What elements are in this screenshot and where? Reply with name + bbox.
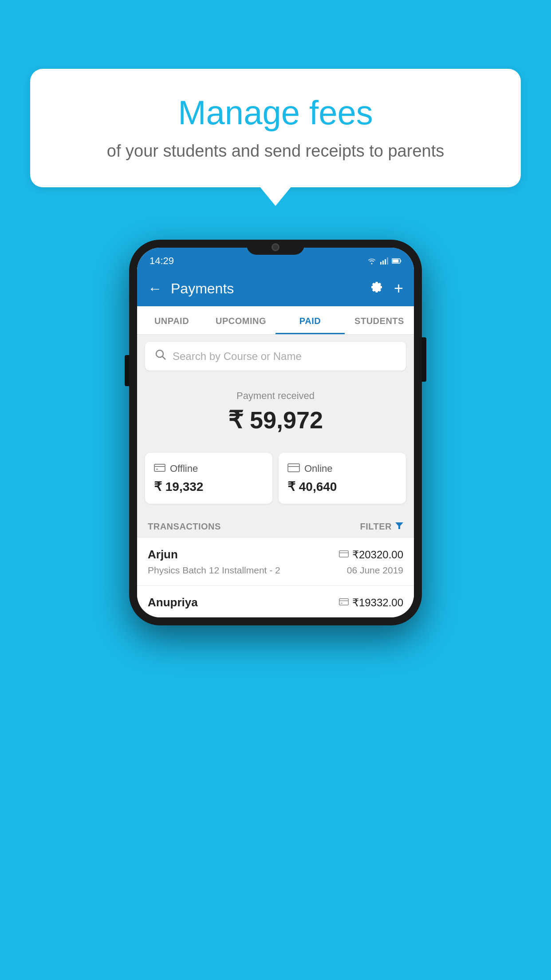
- battery-icon: [392, 258, 401, 264]
- online-amount: ₹ 40,640: [287, 479, 397, 494]
- svg-rect-12: [288, 464, 299, 472]
- filter-label: FILTER: [360, 522, 392, 532]
- app-header: ← Payments +: [137, 271, 414, 306]
- offline-amount: ₹ 19,332: [154, 479, 264, 494]
- offline-label: Offline: [170, 463, 198, 474]
- transactions-list: Arjun ₹20320.00: [137, 538, 414, 617]
- offline-icon: [154, 462, 165, 475]
- online-payment-icon: [339, 549, 349, 560]
- speech-bubble-container: Manage fees of your students and send re…: [30, 69, 521, 187]
- bubble-title: Manage fees: [57, 93, 494, 132]
- wifi-icon: [367, 257, 377, 265]
- online-label: Online: [304, 463, 333, 474]
- online-icon: [287, 462, 300, 475]
- transaction-bottom-arjun: Physics Batch 12 Installment - 2 06 June…: [148, 565, 403, 576]
- offline-card: Offline ₹ 19,332: [145, 453, 272, 504]
- transaction-course-arjun: Physics Batch 12 Installment - 2: [148, 565, 280, 576]
- transaction-amount-wrapper-anupriya: ₹19332.00: [339, 597, 403, 609]
- header-icons: +: [370, 281, 403, 297]
- phone-screen: 14:29: [137, 248, 414, 617]
- signal-icon: [380, 257, 388, 265]
- status-time: 14:29: [150, 255, 174, 267]
- tab-paid[interactable]: PAID: [276, 306, 345, 334]
- transaction-amount-arjun: ₹20320.00: [352, 549, 403, 561]
- svg-rect-1: [382, 261, 384, 265]
- search-container: Search by Course or Name: [137, 335, 414, 378]
- settings-icon[interactable]: [370, 281, 383, 297]
- header-title: Payments: [171, 281, 361, 297]
- add-button[interactable]: +: [394, 281, 403, 296]
- search-icon: [155, 349, 166, 364]
- tab-students[interactable]: STUDENTS: [345, 306, 414, 334]
- tab-unpaid[interactable]: UNPAID: [137, 306, 206, 334]
- back-button[interactable]: ←: [148, 281, 162, 297]
- payment-received-section: Payment received ₹ 59,972: [137, 378, 414, 453]
- tabs-container: UNPAID UPCOMING PAID STUDENTS: [137, 306, 414, 335]
- transactions-header: TRANSACTIONS FILTER: [137, 514, 414, 538]
- phone-outer: 14:29: [129, 240, 422, 625]
- payment-received-label: Payment received: [148, 390, 403, 402]
- svg-rect-15: [339, 551, 349, 557]
- online-card: Online ₹ 40,640: [279, 453, 406, 504]
- search-bar[interactable]: Search by Course or Name: [145, 342, 406, 371]
- table-row: Anupriya ₹19332.00: [137, 586, 414, 617]
- speech-bubble: Manage fees of your students and send re…: [30, 69, 521, 187]
- transaction-amount-wrapper-arjun: ₹20320.00: [339, 549, 403, 561]
- svg-rect-9: [154, 464, 165, 471]
- transaction-date-arjun: 06 June 2019: [347, 565, 403, 576]
- online-card-header: Online: [287, 462, 397, 475]
- camera-notch: [272, 243, 279, 251]
- svg-point-7: [156, 350, 163, 357]
- svg-rect-2: [385, 259, 386, 265]
- offline-payment-icon: [339, 597, 349, 608]
- svg-rect-5: [393, 260, 399, 263]
- svg-rect-3: [387, 257, 388, 265]
- transactions-label: TRANSACTIONS: [148, 522, 221, 532]
- svg-rect-6: [401, 260, 401, 262]
- phone-mockup: 14:29: [129, 240, 422, 625]
- transaction-name-arjun: Arjun: [148, 548, 178, 561]
- payment-received-amount: ₹ 59,972: [148, 406, 403, 434]
- offline-card-header: Offline: [154, 462, 264, 475]
- svg-line-8: [162, 356, 165, 360]
- tab-upcoming[interactable]: UPCOMING: [206, 306, 276, 334]
- svg-rect-17: [339, 599, 349, 605]
- filter-icon: [395, 522, 403, 532]
- svg-marker-14: [395, 522, 403, 529]
- transaction-top-anupriya: Anupriya ₹19332.00: [148, 596, 403, 609]
- status-icons: [367, 257, 401, 265]
- transaction-name-anupriya: Anupriya: [148, 596, 198, 609]
- payment-cards: Offline ₹ 19,332 Online: [137, 453, 414, 514]
- filter-button[interactable]: FILTER: [360, 522, 403, 532]
- search-input-placeholder[interactable]: Search by Course or Name: [173, 350, 302, 363]
- table-row: Arjun ₹20320.00: [137, 538, 414, 586]
- bubble-subtitle: of your students and send receipts to pa…: [57, 142, 494, 161]
- svg-rect-0: [380, 262, 382, 265]
- transaction-top-arjun: Arjun ₹20320.00: [148, 548, 403, 561]
- transaction-amount-anupriya: ₹19332.00: [352, 597, 403, 609]
- phone-notch: [247, 240, 304, 255]
